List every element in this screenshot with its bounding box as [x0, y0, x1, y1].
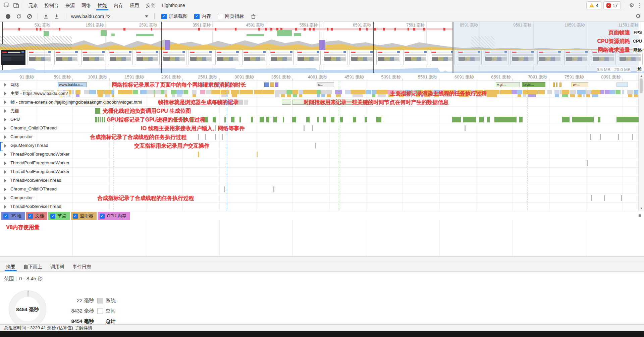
counter-toggle-节点[interactable]: ✓节点 — [48, 212, 70, 220]
disclosure-triangle-icon[interactable] — [4, 153, 6, 156]
scroll-down-icon[interactable]: ▼ — [640, 207, 643, 210]
track-row-光栅[interactable]: 光栅光栅化线程池负责调用GPU 生成位图 — [0, 107, 639, 115]
network-request-block[interactable]: v.gi... — [496, 82, 520, 87]
track-row-Compositor[interactable]: Compositor合成指标记录了合成线程的任务执行过程 — [0, 133, 639, 142]
toggle-内存[interactable]: ✓内存 — [194, 13, 211, 19]
panel-tab-应用[interactable]: 应用 — [126, 0, 143, 10]
disclosure-triangle-icon[interactable] — [4, 196, 6, 200]
panel-tab-网络[interactable]: 网络 — [78, 0, 94, 10]
device-toolbar-icon[interactable] — [11, 1, 21, 10]
filmstrip-screenshot[interactable] — [403, 50, 428, 65]
filmstrip-screenshot[interactable] — [162, 50, 186, 65]
filmstrip-screenshot[interactable] — [350, 50, 374, 65]
filmstrip-screenshot[interactable] — [135, 50, 160, 65]
disclosure-triangle-icon[interactable] — [4, 135, 6, 139]
panel-tab-内存[interactable]: 内存 — [110, 0, 126, 10]
gpu-task — [283, 117, 284, 122]
disclosure-triangle-icon[interactable] — [4, 127, 6, 130]
track-row-网络[interactable]: 网络网络指标记录展示了页面中的每个网络请求所消耗的时长www.baidu.c..… — [0, 80, 639, 89]
scroll-up-icon[interactable]: ▲ — [640, 74, 643, 77]
track-row-ThreadPoolServiceThread[interactable]: ThreadPoolServiceThread — [0, 203, 639, 211]
track-row-Chrome-ChildIOThread[interactable]: Chrome_ChildIOThreadIO 线程主要用来接收用户输入、网络等事… — [0, 124, 639, 133]
disclosure-triangle-icon[interactable] — [4, 144, 6, 148]
details-tab-事件日志[interactable]: 事件日志 — [68, 262, 95, 271]
disclosure-triangle-icon[interactable] — [4, 188, 6, 191]
network-request-block[interactable]: www.baidu.c... — [58, 82, 87, 87]
filmstrip-screenshot[interactable] — [430, 50, 455, 65]
disclosure-triangle-icon[interactable] — [4, 92, 6, 95]
disclosure-triangle-icon[interactable] — [4, 162, 6, 165]
hamburger-menu-icon[interactable]: ≡ — [638, 213, 641, 219]
details-tab-摘要[interactable]: 摘要 — [2, 262, 19, 271]
filmstrip-screenshot[interactable] — [28, 50, 52, 65]
panel-tab-元素[interactable]: 元素 — [25, 0, 41, 10]
flame-chart[interactable]: 91 毫秒591 毫秒1091 毫秒1591 毫秒2091 毫秒2591 毫秒3… — [0, 73, 644, 211]
disclosure-triangle-icon[interactable] — [4, 205, 6, 209]
filmstrip-screenshot[interactable] — [54, 50, 79, 65]
panel-tab-Lighthouse[interactable]: Lighthouse — [159, 0, 189, 10]
filmstrip-screenshot[interactable] — [81, 50, 106, 65]
panel-tab-性能[interactable]: 性能 — [94, 0, 110, 10]
filmstrip-screenshot[interactable] — [323, 50, 347, 65]
disclosure-triangle-icon[interactable] — [4, 170, 6, 174]
filmstrip-screenshot[interactable] — [108, 50, 133, 65]
network-request-block[interactable]: favic... — [522, 82, 545, 87]
network-request-block[interactable]: wr... — [572, 82, 588, 87]
track-row-ThreadPoolServiceThread[interactable]: ThreadPoolServiceThread — [0, 176, 639, 185]
scrollbar-thumb[interactable] — [640, 78, 643, 93]
inspect-element-icon[interactable] — [2, 1, 11, 10]
filmstrip-screenshot[interactable] — [296, 50, 321, 65]
details-tab-自下而上[interactable]: 自下而上 — [19, 262, 46, 271]
filmstrip-screenshot[interactable] — [215, 50, 240, 65]
panel-tab-安全[interactable]: 安全 — [143, 0, 159, 10]
save-profile-icon[interactable] — [52, 12, 61, 21]
filmstrip-screenshot[interactable] — [189, 50, 213, 65]
disclosure-triangle-icon[interactable] — [4, 109, 6, 113]
load-profile-icon[interactable] — [41, 12, 51, 21]
toggle-网页指标[interactable]: 网页指标 — [218, 13, 244, 19]
details-tab-调用树[interactable]: 调用树 — [46, 262, 68, 271]
main-activity — [605, 90, 609, 94]
filmstrip-screenshot[interactable] — [1, 50, 25, 65]
track-row-GPU[interactable]: GPUGPU指标记录了GPU进程的任务执行过程 — [0, 115, 639, 124]
toggle-屏幕截图[interactable]: ✓屏幕截图 — [161, 13, 187, 19]
long-task-tick — [313, 28, 315, 31]
learn-more-link[interactable]: 了解详情 — [75, 325, 92, 331]
disclosure-triangle-icon[interactable] — [4, 118, 6, 121]
settings-gear-icon[interactable]: ⚙ — [629, 2, 634, 9]
track-row-帧-chrome-extension-jajilbjjinjmgcibalaak[interactable]: 帧 - chrome-extension://jajilbjjinjmgciba… — [0, 98, 639, 107]
disclosure-triangle-icon[interactable] — [4, 179, 6, 182]
pane-splitter[interactable] — [0, 257, 644, 261]
filmstrip-screenshot[interactable] — [242, 50, 267, 65]
warnings-badge[interactable]: 4 — [586, 1, 601, 9]
track-row-ThreadPoolForegroundWorker[interactable]: ThreadPoolForegroundWorker — [0, 168, 639, 176]
panel-tab-控制台[interactable]: 控制台 — [41, 0, 62, 10]
errors-badge[interactable]: ✕17 — [603, 1, 621, 9]
vertical-scrollbar[interactable]: ▲ ▼ — [638, 73, 644, 211]
track-row-ThreadPoolForegroundWorker[interactable]: ThreadPoolForegroundWorker — [0, 150, 639, 159]
counter-toggle-监听器[interactable]: ✓监听器 — [71, 212, 97, 220]
counter-toggle-GPU 内存[interactable]: ✓GPU 内存 — [98, 212, 130, 220]
timeline-overview[interactable]: 591 毫秒1591 毫秒2591 毫秒3591 毫秒4591 毫秒5591 毫… — [0, 22, 644, 73]
track-row-GpuMemoryThread[interactable]: GpuMemoryThread交互指标用来记录用户交互操作 — [0, 142, 639, 150]
record-button[interactable] — [6, 14, 10, 19]
track-row-ThreadPoolForegroundWorker[interactable]: ThreadPoolForegroundWorker — [0, 159, 639, 168]
clear-icon[interactable] — [25, 12, 34, 21]
track-row-Compositor[interactable]: Compositor合成指标记录了合成线程的任务执行过程 — [0, 194, 639, 203]
counter-toggle-文档[interactable]: ✓文档 — [26, 212, 47, 220]
capture-settings-gear-icon[interactable]: ⚙ — [636, 13, 641, 20]
reload-and-record-icon[interactable] — [14, 12, 23, 21]
filmstrip-screenshot[interactable] — [376, 50, 401, 65]
kebab-menu-icon[interactable]: ⋮ — [636, 2, 642, 9]
delete-recording-icon[interactable] — [249, 12, 258, 21]
panel-tab-来源[interactable]: 来源 — [62, 0, 78, 10]
profile-select[interactable]: www.baidu.com #2 — [68, 13, 151, 20]
counter-toggle-JS 堆[interactable]: ✓JS 堆 — [1, 212, 25, 220]
gpu-task — [331, 117, 334, 122]
network-request-block[interactable]: s... — [317, 82, 334, 87]
disclosure-triangle-icon[interactable] — [4, 83, 6, 87]
track-row-Chrome-ChildIOThread[interactable]: Chrome_ChildIOThread — [0, 185, 639, 194]
filmstrip-screenshot[interactable] — [269, 50, 294, 65]
disclosure-triangle-icon[interactable] — [4, 101, 6, 104]
track-row-主要-https-www-baidu-com-[interactable]: 主要 - https://www.baidu.com/主要指标记录渲染主线程的任… — [0, 89, 639, 98]
